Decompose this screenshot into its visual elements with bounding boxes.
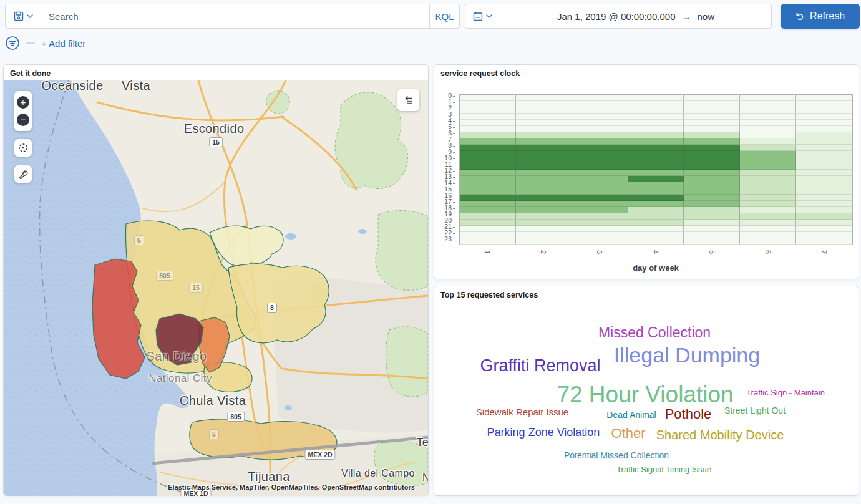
heatmap-cell[interactable]	[628, 126, 684, 132]
heatmap-cell[interactable]	[740, 232, 796, 238]
heatmap-cell[interactable]	[572, 114, 628, 120]
heatmap-cell[interactable]	[460, 220, 516, 226]
heatmap-cell[interactable]	[572, 95, 628, 101]
add-filter-link[interactable]: + Add filter	[41, 38, 85, 49]
tag-cloud-word[interactable]: 72 Hour Violation	[557, 383, 733, 406]
heatmap-cell[interactable]	[796, 213, 852, 220]
heatmap-cell[interactable]	[740, 182, 796, 188]
heatmap-cell[interactable]	[684, 138, 740, 145]
heatmap-cell[interactable]	[572, 232, 628, 238]
heatmap-cell[interactable]	[684, 201, 740, 207]
heatmap-cell[interactable]	[460, 207, 516, 213]
heatmap-cell[interactable]	[460, 101, 516, 107]
heatmap-cell[interactable]	[460, 95, 516, 101]
heatmap-cell[interactable]	[460, 163, 516, 170]
heatmap-cell[interactable]	[572, 126, 628, 132]
heatmap-cell[interactable]	[684, 114, 740, 120]
heatmap-cell[interactable]	[684, 107, 740, 114]
heatmap-cell[interactable]	[460, 126, 516, 132]
heatmap-cell[interactable]	[628, 232, 684, 238]
heatmap-cell[interactable]	[740, 163, 796, 170]
heatmap-cell[interactable]	[460, 145, 516, 151]
heatmap-cell[interactable]	[740, 213, 796, 220]
heatmap-cell[interactable]	[740, 188, 796, 195]
zoom-out-button[interactable]: −	[17, 114, 29, 126]
heatmap-cell[interactable]	[572, 220, 628, 226]
heatmap-cell[interactable]	[572, 132, 628, 138]
heatmap-cell[interactable]	[740, 101, 796, 107]
heatmap-cell[interactable]	[572, 213, 628, 220]
heatmap-cell[interactable]	[796, 207, 852, 213]
heatmap-cell[interactable]	[460, 151, 516, 157]
heatmap-cell[interactable]	[516, 151, 572, 157]
heatmap-cell[interactable]	[516, 226, 572, 232]
heatmap-cell[interactable]	[516, 207, 572, 213]
heatmap-cell[interactable]	[460, 157, 516, 163]
heatmap-cell[interactable]	[796, 220, 852, 226]
heatmap-cell[interactable]	[572, 195, 628, 201]
heatmap-cell[interactable]	[516, 138, 572, 145]
heatmap-cell[interactable]	[684, 220, 740, 226]
heatmap-cell[interactable]	[796, 195, 852, 201]
heatmap-cell[interactable]	[516, 132, 572, 138]
heatmap-cell[interactable]	[740, 207, 796, 213]
heatmap-cell[interactable]	[796, 157, 852, 163]
heatmap-cell[interactable]	[516, 170, 572, 176]
heatmap-cell[interactable]	[628, 163, 684, 170]
heatmap-cell[interactable]	[628, 213, 684, 220]
heatmap-cell[interactable]	[572, 151, 628, 157]
heatmap-cell[interactable]	[796, 182, 852, 188]
heatmap-cell[interactable]	[684, 207, 740, 213]
heatmap-cell[interactable]	[628, 195, 684, 201]
heatmap-cell[interactable]	[516, 182, 572, 188]
heatmap-cell[interactable]	[460, 114, 516, 120]
heatmap-cell[interactable]	[516, 232, 572, 238]
tag-cloud-word[interactable]: Illegal Dumping	[614, 344, 760, 366]
heatmap-cell[interactable]	[796, 120, 852, 126]
heatmap-cell[interactable]	[572, 120, 628, 126]
heatmap-cell[interactable]	[740, 201, 796, 207]
refresh-button[interactable]: ↻ Refresh	[781, 4, 860, 29]
heatmap-cell[interactable]	[796, 138, 852, 145]
heatmap-cell[interactable]	[796, 163, 852, 170]
heatmap-cell[interactable]	[740, 238, 796, 245]
heatmap-cell[interactable]	[516, 120, 572, 126]
heatmap-cell[interactable]	[460, 138, 516, 145]
heatmap-cell[interactable]	[460, 238, 516, 245]
heatmap-cell[interactable]	[796, 145, 852, 151]
heatmap-cell[interactable]	[684, 151, 740, 157]
heatmap-cell[interactable]	[628, 95, 684, 101]
heatmap-cell[interactable]	[684, 170, 740, 176]
heatmap-cell[interactable]	[740, 157, 796, 163]
heatmap-cell[interactable]	[516, 126, 572, 132]
heatmap-cell[interactable]	[516, 201, 572, 207]
search-input[interactable]	[41, 4, 429, 28]
heatmap-cell[interactable]	[740, 226, 796, 232]
fit-to-data-button[interactable]	[14, 139, 32, 157]
heatmap-cell[interactable]	[628, 157, 684, 163]
heatmap-cell[interactable]	[516, 95, 572, 101]
date-range-button[interactable]: Jan 1, 2019 @ 00:00:00.000 → now	[500, 4, 771, 28]
kql-button[interactable]: KQL	[429, 4, 459, 28]
heatmap-cell[interactable]	[796, 201, 852, 207]
saved-query-menu-button[interactable]	[6, 4, 41, 28]
tag-cloud-word[interactable]: Shared Mobility Device	[656, 429, 784, 441]
heatmap-cell[interactable]	[628, 138, 684, 145]
tag-cloud-word[interactable]: Graffiti Removal	[480, 357, 600, 374]
heatmap-cell[interactable]	[572, 238, 628, 245]
heatmap-cell[interactable]	[516, 176, 572, 182]
heatmap-cell[interactable]	[740, 114, 796, 120]
heatmap-cell[interactable]	[516, 163, 572, 170]
heatmap-cell[interactable]	[796, 126, 852, 132]
heatmap-cell[interactable]	[796, 95, 852, 101]
heatmap-cell[interactable]	[628, 201, 684, 207]
heatmap-cell[interactable]	[572, 170, 628, 176]
heatmap-cell[interactable]	[628, 101, 684, 107]
tag-cloud-word[interactable]: Pothole	[665, 407, 712, 421]
heatmap-cell[interactable]	[740, 176, 796, 182]
heatmap-cell[interactable]	[684, 163, 740, 170]
heatmap-cell[interactable]	[628, 170, 684, 176]
tag-cloud-word[interactable]: Dead Animal	[606, 410, 656, 419]
heatmap-cell[interactable]	[684, 176, 740, 182]
heatmap-cell[interactable]	[796, 114, 852, 120]
